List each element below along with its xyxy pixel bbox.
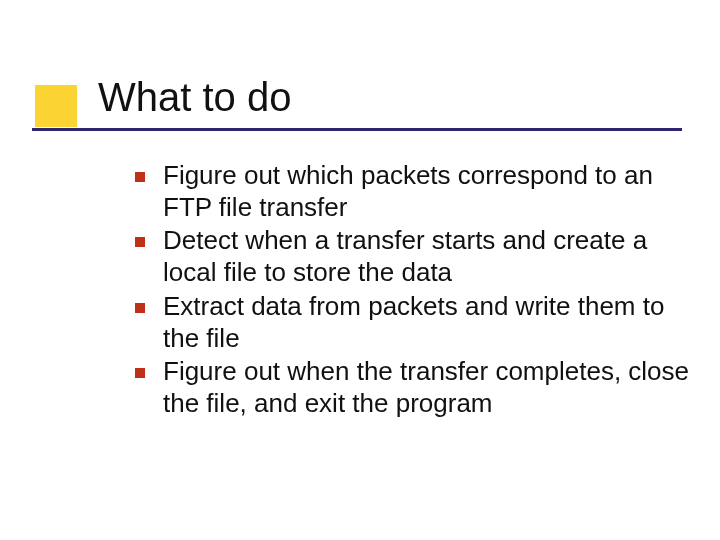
- list-item: Figure out when the transfer completes, …: [135, 356, 690, 419]
- slide: What to do Figure out which packets corr…: [0, 0, 720, 540]
- bullet-text: Detect when a transfer starts and create…: [163, 225, 690, 288]
- list-item: Detect when a transfer starts and create…: [135, 225, 690, 288]
- bullet-list: Figure out which packets correspond to a…: [135, 160, 690, 422]
- bullet-text: Figure out which packets correspond to a…: [163, 160, 690, 223]
- square-bullet-icon: [135, 368, 145, 378]
- square-bullet-icon: [135, 172, 145, 182]
- square-bullet-icon: [135, 303, 145, 313]
- list-item: Figure out which packets correspond to a…: [135, 160, 690, 223]
- accent-box: [35, 85, 77, 127]
- list-item: Extract data from packets and write them…: [135, 291, 690, 354]
- square-bullet-icon: [135, 237, 145, 247]
- bullet-text: Extract data from packets and write them…: [163, 291, 690, 354]
- title-underline: [32, 128, 682, 131]
- slide-title: What to do: [98, 75, 291, 120]
- bullet-text: Figure out when the transfer completes, …: [163, 356, 690, 419]
